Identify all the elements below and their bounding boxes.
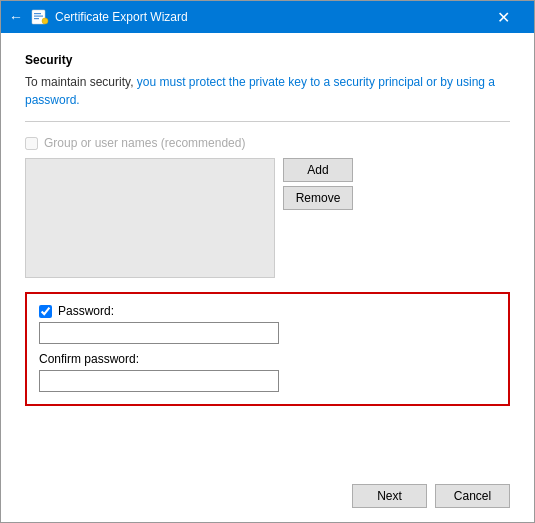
content-area: Security To maintain security, you must … — [1, 33, 534, 474]
svg-rect-2 — [34, 16, 43, 17]
group-checkbox-label: Group or user names (recommended) — [44, 136, 245, 150]
svg-rect-3 — [34, 18, 39, 19]
confirm-label: Confirm password: — [39, 352, 496, 366]
password-label-row: Password: — [39, 304, 496, 318]
back-button[interactable]: ← — [9, 9, 23, 25]
add-button[interactable]: Add — [283, 158, 353, 182]
title-bar-left: ← Certificate Export Wizard — [9, 8, 188, 26]
password-checkbox[interactable] — [39, 305, 52, 318]
remove-button[interactable]: Remove — [283, 186, 353, 210]
password-input[interactable] — [39, 322, 279, 344]
footer: Next Cancel — [1, 474, 534, 522]
password-label: Password: — [58, 304, 114, 318]
section-title: Security — [25, 53, 510, 67]
group-list-box — [25, 158, 275, 278]
section-description: To maintain security, you must protect t… — [25, 73, 510, 109]
password-row: Password: — [39, 304, 496, 344]
wizard-window: ← Certificate Export Wizard ✕ Security T… — [0, 0, 535, 523]
title-bar-controls: ✕ — [480, 1, 526, 33]
group-checkbox-row: Group or user names (recommended) — [25, 136, 510, 150]
svg-rect-1 — [34, 13, 41, 14]
svg-point-4 — [42, 18, 48, 24]
cancel-button[interactable]: Cancel — [435, 484, 510, 508]
certificate-icon — [31, 8, 49, 26]
divider — [25, 121, 510, 122]
group-checkbox[interactable] — [25, 137, 38, 150]
title-bar: ← Certificate Export Wizard ✕ — [1, 1, 534, 33]
confirm-password-row: Confirm password: — [39, 352, 496, 392]
window-title: Certificate Export Wizard — [55, 10, 188, 24]
section-desc-plain: To maintain security, — [25, 75, 137, 89]
password-section: Password: Confirm password: — [25, 292, 510, 406]
next-button[interactable]: Next — [352, 484, 427, 508]
side-buttons: Add Remove — [283, 158, 353, 278]
confirm-password-input[interactable] — [39, 370, 279, 392]
close-button[interactable]: ✕ — [480, 1, 526, 33]
main-panel: Add Remove — [25, 158, 510, 278]
